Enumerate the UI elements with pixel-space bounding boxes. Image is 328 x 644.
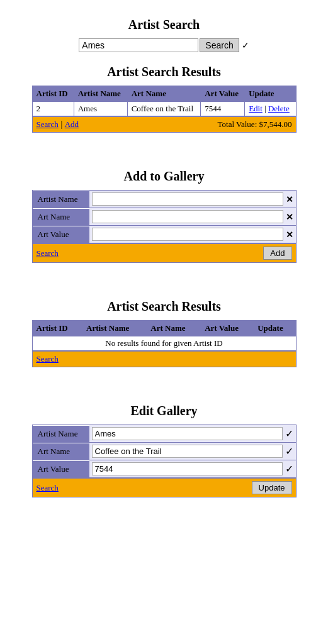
search-checkmark: ✓	[242, 40, 249, 51]
no-results-text: No results found for given Artist ID	[32, 336, 296, 351]
edit-artist-name-row: Artist Name ✓	[33, 425, 296, 443]
col2-art-name: Art Name	[147, 321, 201, 336]
table-footer-2: Search	[32, 351, 297, 367]
add-art-value-input[interactable]	[92, 228, 283, 241]
cell-actions: Edit | Delete	[245, 102, 296, 116]
edit-art-value-input[interactable]	[92, 462, 283, 475]
top-search-container: Search ✓	[32, 38, 297, 52]
edit-artist-name-input[interactable]	[92, 427, 283, 440]
add-artist-name-label: Artist Name	[33, 191, 89, 208]
total-value-1: Total Value: $7,544.00	[217, 119, 291, 130]
cell-artist-name: Ames	[74, 102, 127, 116]
edit-artist-name-label: Artist Name	[33, 426, 89, 442]
add-art-name-row: Art Name ✕	[33, 208, 296, 226]
edit-art-name-label: Art Name	[33, 443, 89, 460]
col2-art-value: Art Value	[201, 321, 254, 336]
col-artist-id: Artist ID	[32, 86, 74, 102]
add-art-value-row: Art Value ✕	[33, 226, 296, 243]
edit-art-value-row: Art Value ✓	[33, 460, 296, 478]
clear-art-name-button[interactable]: ✕	[286, 212, 293, 222]
top-search-button[interactable]: Search	[200, 38, 239, 52]
delete-link[interactable]: Delete	[268, 104, 290, 113]
results-table-2: Artist ID Artist Name Art Name Art Value…	[32, 320, 297, 351]
add-gallery-footer: Search Add	[33, 243, 296, 262]
table-row: 2 Ames Coffee on the Trail 7544 Edit | D…	[32, 102, 296, 116]
add-gallery-form: Artist Name ✕ Art Name ✕ Art Value ✕ Sea…	[32, 190, 297, 263]
edit-art-value-label: Art Value	[33, 461, 89, 477]
edit-gallery-search-link[interactable]: Search	[37, 483, 59, 493]
add-art-name-input[interactable]	[92, 210, 283, 223]
col-artist-name: Artist Name	[74, 86, 127, 102]
add-art-name-label: Art Name	[33, 209, 89, 225]
results-table-1: Artist ID Artist Name Art Name Art Value…	[32, 86, 297, 116]
cell-artist-id: 2	[32, 102, 74, 116]
col2-artist-id: Artist ID	[32, 321, 82, 336]
no-results-row: No results found for given Artist ID	[32, 336, 296, 351]
edit-gallery-title: Edit Gallery	[32, 404, 297, 418]
add-gallery-search-link[interactable]: Search	[37, 248, 59, 258]
edit-link[interactable]: Edit	[249, 104, 263, 113]
edit-art-value-check: ✓	[285, 463, 293, 475]
edit-gallery-update-button[interactable]: Update	[252, 481, 292, 494]
add-art-value-wrapper: ✕	[89, 226, 296, 243]
col-art-value: Art Value	[201, 86, 245, 102]
add-artist-name-input[interactable]	[92, 192, 283, 206]
footer-add-link-1[interactable]: Add	[65, 119, 79, 129]
add-art-name-wrapper: ✕	[89, 208, 296, 225]
add-gallery-add-button[interactable]: Add	[263, 247, 291, 260]
col-art-name: Art Name	[127, 86, 201, 102]
results-title-1: Artist Search Results	[32, 65, 297, 79]
cell-art-name: Coffee on the Trail	[127, 102, 201, 116]
main-title: Artist Search	[32, 18, 297, 32]
results-title-2: Artist Search Results	[32, 299, 297, 314]
edit-art-name-input[interactable]	[92, 445, 283, 458]
add-artist-name-wrapper: ✕	[89, 191, 296, 208]
edit-gallery-form: Artist Name ✓ Art Name ✓ Art Value ✓ Sea…	[32, 425, 297, 497]
footer-search-link-2[interactable]: Search	[37, 354, 59, 364]
top-search-input[interactable]	[79, 38, 198, 52]
cell-art-value: 7544	[201, 102, 245, 116]
add-art-value-label: Art Value	[33, 226, 89, 243]
col2-update: Update	[254, 321, 296, 336]
table-footer-1: Search | Add Total Value: $7,544.00	[32, 116, 297, 133]
edit-art-name-check: ✓	[285, 445, 293, 457]
add-artist-name-row: Artist Name ✕	[33, 191, 296, 208]
footer-search-link-1[interactable]: Search	[37, 119, 59, 129]
edit-artist-name-check: ✓	[285, 428, 293, 440]
edit-art-name-wrapper: ✓	[89, 443, 296, 460]
clear-artist-name-button[interactable]: ✕	[286, 194, 293, 204]
add-gallery-title: Add to Gallery	[32, 169, 297, 184]
edit-art-value-wrapper: ✓	[89, 460, 296, 477]
edit-artist-name-wrapper: ✓	[89, 425, 296, 442]
edit-gallery-footer: Search Update	[33, 478, 296, 497]
col-update: Update	[245, 86, 296, 102]
edit-art-name-row: Art Name ✓	[33, 443, 296, 460]
col2-artist-name: Artist Name	[82, 321, 147, 336]
clear-art-value-button[interactable]: ✕	[286, 230, 293, 240]
